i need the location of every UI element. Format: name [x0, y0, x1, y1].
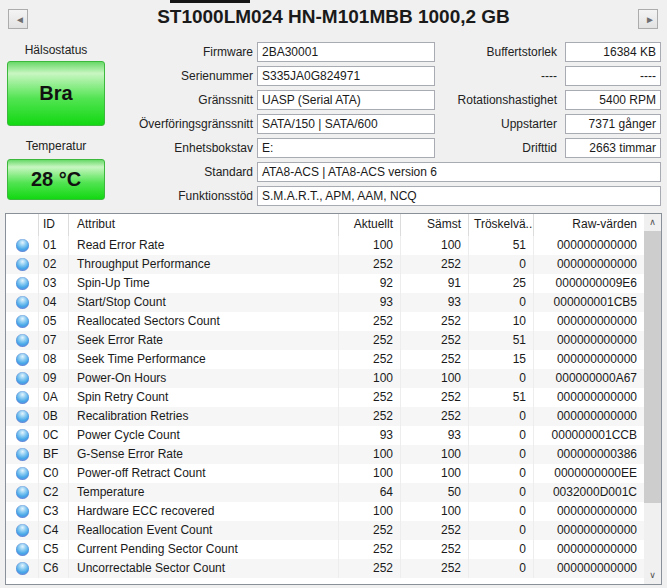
column-header-status[interactable]: [6, 214, 39, 236]
attribute-threshold-value: 15: [469, 350, 534, 369]
attribute-worst-value: 93: [401, 293, 469, 312]
attribute-name: Throughput Performance: [69, 255, 339, 274]
attribute-threshold-value: 10: [469, 312, 534, 331]
attribute-worst-value: 50: [401, 483, 469, 502]
attribute-current-value: 252: [339, 407, 401, 426]
attribute-threshold-value: 51: [469, 388, 534, 407]
status-orb-icon: [16, 505, 29, 518]
table-row[interactable]: 07Seek Error Rate25225251000000000000: [6, 331, 644, 350]
previous-disk-button[interactable]: ◄: [8, 9, 28, 29]
vertical-scrollbar[interactable]: ∧ ∨: [644, 214, 661, 584]
status-cell: [6, 502, 39, 521]
attribute-worst-value: 100: [401, 464, 469, 483]
power-on-hours-value[interactable]: 2663 timmar: [565, 138, 661, 158]
attribute-worst-value: 252: [401, 350, 469, 369]
attribute-worst-value: 252: [401, 331, 469, 350]
table-row[interactable]: C5Current Pending Sector Count2522520000…: [6, 540, 644, 559]
transfer-mode-value[interactable]: SATA/150 | SATA/600: [257, 114, 435, 134]
attribute-raw-value: 000000000000: [534, 407, 644, 426]
table-row[interactable]: 08Seek Time Performance25225215000000000…: [6, 350, 644, 369]
attribute-current-value: 252: [339, 559, 401, 578]
attribute-name: Uncorrectable Sector Count: [69, 559, 339, 578]
attribute-threshold-value: 0: [469, 540, 534, 559]
table-row[interactable]: C2Temperature645000032000D001C: [6, 483, 644, 502]
table-row[interactable]: 04Start/Stop Count93930000000001CB5: [6, 293, 644, 312]
table-row[interactable]: 0BRecalibration Retries25225200000000000…: [6, 407, 644, 426]
attribute-name: Temperature: [69, 483, 339, 502]
attribute-current-value: 93: [339, 293, 401, 312]
firmware-value[interactable]: 2BA30001: [257, 42, 435, 62]
table-row[interactable]: 01Read Error Rate10010051000000000000: [6, 236, 644, 255]
standard-value[interactable]: ATA8-ACS | ATA8-ACS version 6: [257, 162, 661, 182]
attribute-current-value: 100: [339, 464, 401, 483]
attribute-current-value: 92: [339, 274, 401, 293]
attribute-name: Reallocated Sectors Count: [69, 312, 339, 331]
smart-table-body: 01Read Error Rate1001005100000000000002T…: [6, 236, 644, 584]
table-row[interactable]: 03Spin-Up Time9291250000000009E6: [6, 274, 644, 293]
status-cell: [6, 521, 39, 540]
drive-letter-value[interactable]: E:: [257, 138, 435, 158]
status-cell: [6, 331, 39, 350]
table-row[interactable]: C3Hardware ECC recovered1001000000000000…: [6, 502, 644, 521]
column-header-raw-values[interactable]: Raw-värden: [534, 214, 644, 236]
attribute-current-value: 100: [339, 236, 401, 255]
attribute-raw-value: 000000000000: [534, 521, 644, 540]
buffer-size-value[interactable]: 16384 KB: [565, 42, 661, 62]
attribute-current-value: 252: [339, 521, 401, 540]
standard-label: Standard: [60, 162, 253, 182]
attribute-raw-value: 000000000000: [534, 350, 644, 369]
attribute-current-value: 252: [339, 255, 401, 274]
attribute-name: Seek Error Rate: [69, 331, 339, 350]
table-row[interactable]: 0ASpin Retry Count25225251000000000000: [6, 388, 644, 407]
rotation-rate-value[interactable]: 5400 RPM: [565, 90, 661, 110]
column-header-current[interactable]: Aktuellt: [339, 214, 401, 236]
status-orb-icon: [16, 296, 29, 309]
serial-number-value[interactable]: S335JA0G824971: [257, 66, 435, 86]
table-row[interactable]: 0CPower Cycle Count93930000000001CCB: [6, 426, 644, 445]
table-row[interactable]: C4Reallocation Event Count25225200000000…: [6, 521, 644, 540]
attribute-raw-value: 000000000000: [534, 312, 644, 331]
table-row[interactable]: C0Power-off Retract Count100100000000000…: [6, 464, 644, 483]
column-header-worst[interactable]: Sämst: [401, 214, 469, 236]
next-disk-button[interactable]: ►: [638, 9, 658, 29]
attribute-name: Power-On Hours: [69, 369, 339, 388]
attribute-id: 0C: [39, 426, 69, 445]
status-orb-icon: [16, 277, 29, 290]
table-row[interactable]: C6Uncorrectable Sector Count252252000000…: [6, 559, 644, 578]
attribute-name: G-Sense Error Rate: [69, 445, 339, 464]
column-header-threshold[interactable]: Tröskelvä...: [469, 214, 534, 236]
interface-value[interactable]: UASP (Serial ATA): [257, 90, 435, 110]
status-cell: [6, 407, 39, 426]
status-orb-icon: [16, 239, 29, 252]
attribute-worst-value: 100: [401, 369, 469, 388]
power-on-count-value[interactable]: 7371 gånger: [565, 114, 661, 134]
status-orb-icon: [16, 448, 29, 461]
attribute-raw-value: 0000000009E6: [534, 274, 644, 293]
attribute-current-value: 93: [339, 426, 401, 445]
unused-field-value[interactable]: ----: [565, 66, 661, 86]
scroll-up-icon[interactable]: ∧: [644, 214, 661, 231]
status-orb-icon: [16, 429, 29, 442]
status-cell: [6, 350, 39, 369]
status-cell: [6, 388, 39, 407]
attribute-threshold-value: 0: [469, 502, 534, 521]
attribute-name: Current Pending Sector Count: [69, 540, 339, 559]
status-cell: [6, 445, 39, 464]
attribute-raw-value: 000000000000: [534, 388, 644, 407]
table-row[interactable]: 05Reallocated Sectors Count2522521000000…: [6, 312, 644, 331]
scroll-down-icon[interactable]: ∨: [644, 567, 661, 584]
table-row[interactable]: BFG-Sense Error Rate1001000000000000386: [6, 445, 644, 464]
attribute-name: Read Error Rate: [69, 236, 339, 255]
status-orb-icon: [16, 315, 29, 328]
column-header-id[interactable]: ID: [39, 214, 69, 236]
attribute-threshold-value: 51: [469, 236, 534, 255]
column-header-attribute[interactable]: Attribut: [69, 214, 339, 236]
features-value[interactable]: S.M.A.R.T., APM, AAM, NCQ: [257, 186, 661, 206]
attribute-raw-value: 000000000386: [534, 445, 644, 464]
attribute-worst-value: 93: [401, 426, 469, 445]
scrollbar-thumb[interactable]: [644, 231, 661, 503]
table-row[interactable]: 02Throughput Performance2522520000000000…: [6, 255, 644, 274]
table-row[interactable]: 09Power-On Hours1001000000000000A67: [6, 369, 644, 388]
attribute-raw-value: 0000000000EE: [534, 464, 644, 483]
attribute-threshold-value: 0: [469, 464, 534, 483]
